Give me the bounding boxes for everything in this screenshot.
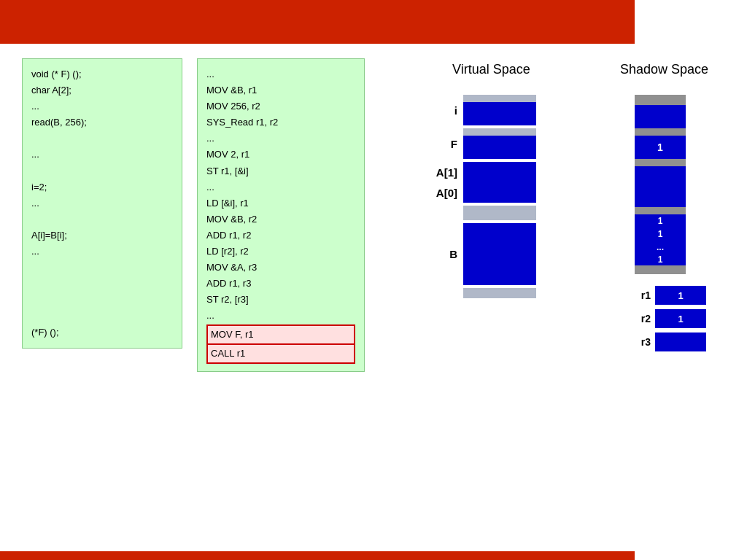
asm-line-12: LD [r2], r2 — [206, 244, 355, 260]
shadow-space-header: Shadow Space — [620, 62, 708, 77]
sspace-r3-value — [655, 332, 706, 351]
asm-line-3: MOV 256, r2 — [206, 98, 355, 114]
c-line-2: char A[2]; — [31, 82, 173, 98]
asm-line-14: ADD r1, r3 — [206, 276, 355, 292]
c-line-12: ... — [31, 244, 173, 260]
c-line-14 — [31, 276, 173, 292]
asm-line-5: ... — [206, 131, 355, 147]
c-line-10 — [31, 211, 173, 228]
c-line-8: i=2; — [31, 179, 173, 195]
asm-line-6: MOV 2, r1 — [206, 147, 355, 163]
asm-line-18: CALL r1 — [206, 345, 355, 364]
asm-line-7: ST r1, [&i] — [206, 163, 355, 179]
sspace-r2-label: r2 — [635, 313, 655, 324]
top-bar — [0, 0, 635, 44]
virtual-space-header: Virtual Space — [452, 62, 530, 77]
vspace-label-a0: A[0] — [430, 187, 463, 199]
vspace-label-i: i — [430, 104, 463, 117]
asm-line-9: LD [&i], r1 — [206, 195, 355, 211]
asm-line-10: MOV &B, r2 — [206, 211, 355, 228]
c-line-4: read(B, 256); — [31, 114, 173, 131]
c-line-3: ... — [31, 98, 173, 114]
sspace-r1-label: r1 — [635, 289, 655, 301]
virtual-space-diagram: i F A[1] A[0] B — [430, 95, 536, 298]
asm-line-8: ... — [206, 179, 355, 195]
sspace-r2-value: 1 — [655, 309, 706, 328]
sspace-b-val4: 1 — [635, 254, 686, 265]
c-line-9: ... — [31, 195, 173, 211]
asm-line-1: ... — [206, 66, 355, 82]
c-line-7 — [31, 163, 173, 179]
sspace-r3-label: r3 — [635, 336, 655, 348]
asm-line-17: MOV F, r1 — [206, 324, 355, 345]
sspace-b-val3: ... — [635, 241, 686, 254]
c-line-15 — [31, 292, 173, 308]
asm-line-16: ... — [206, 308, 355, 324]
sspace-b-val2: 1 — [635, 228, 686, 241]
vspace-label-a1: A[1] — [430, 166, 463, 179]
c-line-16 — [31, 308, 173, 324]
sspace-f-value: 1 — [635, 136, 686, 159]
asm-panel: ... MOV &B, r1 MOV 256, r2 SYS_Read r1, … — [197, 58, 365, 372]
sspace-b-val1: 1 — [635, 214, 686, 228]
c-line-17: (*F) (); — [31, 324, 173, 341]
c-line-5 — [31, 131, 173, 147]
bottom-bar — [0, 551, 635, 560]
sspace-r1-value: 1 — [655, 286, 706, 305]
asm-line-15: ST r2, [r3] — [206, 292, 355, 308]
vspace-label-b: B — [430, 248, 463, 260]
c-line-13 — [31, 260, 173, 276]
asm-line-13: MOV &A, r3 — [206, 260, 355, 276]
asm-line-4: SYS_Read r1, r2 — [206, 114, 355, 131]
asm-line-11: ADD r1, r2 — [206, 228, 355, 244]
c-line-6: ... — [31, 147, 173, 163]
vspace-label-f: F — [430, 138, 463, 150]
shadow-space-diagram: 1 1 1 ... 1 r1 1 r2 1 r3 — [635, 95, 706, 356]
c-code-panel: void (* F) (); char A[2]; ... read(B, 25… — [22, 58, 182, 349]
c-line-1: void (* F) (); — [31, 66, 173, 82]
asm-line-2: MOV &B, r1 — [206, 82, 355, 98]
c-line-11: A[i]=B[i]; — [31, 228, 173, 244]
